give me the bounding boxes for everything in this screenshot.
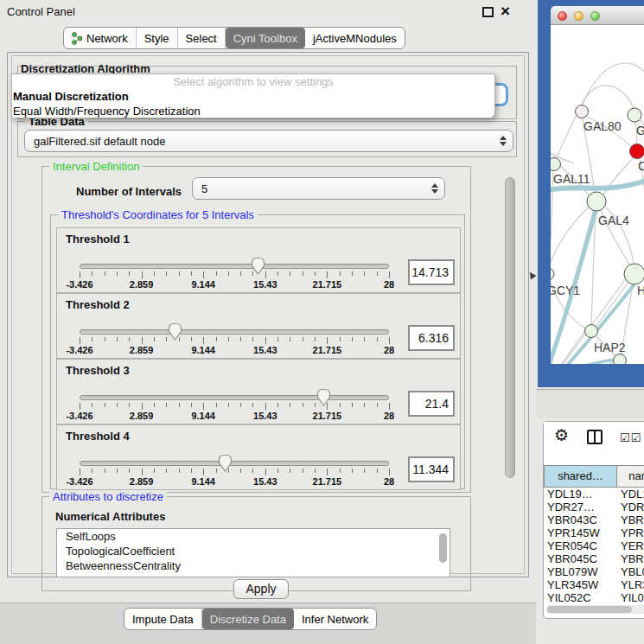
table-cell[interactable]: YER054C: [544, 539, 617, 552]
zoom-traffic-light-icon[interactable]: [590, 11, 600, 21]
tick-mark: [142, 337, 143, 344]
tick-mark: [80, 469, 80, 475]
gear-icon[interactable]: ⚙: [554, 425, 569, 445]
float-window-icon[interactable]: [482, 7, 494, 17]
tick-mark: [389, 469, 390, 475]
threshold-slider[interactable]: [80, 264, 389, 271]
minimize-traffic-light-icon[interactable]: [574, 11, 583, 21]
split-columns-icon[interactable]: [587, 430, 603, 444]
tick-label: 2.859: [130, 411, 154, 421]
dropdown-item-equal-width[interactable]: Equal Width/Frequency Discretization: [12, 104, 494, 118]
table-cell[interactable]: YBL079W: [544, 565, 617, 578]
tick-mark: [166, 271, 167, 276]
table-row[interactable]: YIL052CYIL052C: [544, 591, 644, 604]
threshold-value[interactable]: 14.713: [408, 259, 455, 285]
column-header-name[interactable]: name: [617, 465, 644, 488]
scrollbar-thumb[interactable]: [547, 606, 632, 613]
network-edge: [551, 360, 617, 364]
tab-network[interactable]: Network: [64, 28, 137, 48]
tick-mark: [117, 469, 118, 473]
tab-jactivemnodules[interactable]: jActiveMNodules: [305, 28, 405, 48]
attribute-item[interactable]: TopologicalCoefficient: [57, 544, 450, 558]
table-cell[interactable]: YLR345W: [544, 578, 617, 591]
network-node[interactable]: [587, 192, 606, 211]
table-row[interactable]: YDR27…YDR27…: [544, 501, 644, 513]
tab-style[interactable]: Style: [137, 28, 178, 48]
numerical-attributes-list[interactable]: SelfLoopsTopologicalCoefficientBetweenne…: [56, 528, 450, 577]
table-cell[interactable]: YBR043C: [617, 513, 644, 526]
tab-label: Discretize Data: [210, 613, 286, 626]
table-cell[interactable]: YDL19…: [617, 488, 644, 501]
attribute-item[interactable]: BetweennessCentrality: [57, 558, 450, 573]
table-row[interactable]: YDL19…YDL19…: [544, 488, 644, 501]
slider-track[interactable]: [80, 461, 389, 466]
checked-checkbox-icons[interactable]: ☑☑: [620, 431, 641, 444]
threshold-value[interactable]: 21.4: [408, 391, 455, 417]
table-row[interactable]: YER054CYER054C: [544, 539, 644, 552]
num-intervals-combobox[interactable]: 5: [192, 177, 445, 200]
panel-scrollbar[interactable]: [505, 177, 515, 478]
network-node[interactable]: [551, 268, 554, 280]
close-icon[interactable]: ×: [501, 1, 510, 22]
table-cell[interactable]: YPR145W: [617, 526, 644, 539]
tick-mark: [117, 403, 118, 407]
network-node[interactable]: [614, 354, 627, 365]
network-node[interactable]: [624, 264, 644, 284]
close-traffic-light-icon[interactable]: [558, 11, 567, 21]
table-cell[interactable]: YIL052C: [617, 591, 644, 604]
network-node[interactable]: [576, 105, 589, 118]
network-node[interactable]: [630, 144, 644, 159]
table-cell[interactable]: YER054C: [617, 539, 644, 552]
tab-cyni-toolbox[interactable]: Cyni Toolbox: [226, 28, 305, 48]
tab-discretize-data[interactable]: Discretize Data: [202, 609, 294, 629]
table-row[interactable]: YBR045CYBR045C: [544, 552, 644, 565]
attribute-item[interactable]: SelfLoops: [57, 529, 450, 544]
tick-label: 2.859: [130, 476, 154, 487]
tick-mark: [377, 337, 378, 341]
tab-select[interactable]: Select: [178, 28, 226, 48]
table-data-combobox[interactable]: galFiltered.sif default node: [24, 130, 513, 152]
tick-mark: [364, 337, 365, 341]
tab-impute-data[interactable]: Impute Data: [124, 609, 202, 629]
tick-mark: [315, 403, 316, 407]
network-node[interactable]: [628, 108, 641, 122]
tick-mark: [228, 337, 229, 341]
tick-mark: [105, 337, 105, 341]
threshold-value[interactable]: 6.316: [408, 325, 455, 351]
threshold-value[interactable]: 11.344: [408, 456, 455, 482]
table-cell[interactable]: YBR045C: [544, 552, 617, 565]
table-cell[interactable]: YDL19…: [544, 488, 617, 501]
tab-infer-network[interactable]: Infer Network: [294, 609, 376, 629]
list-scrollbar[interactable]: [439, 533, 447, 563]
table-row[interactable]: YPR145WYPR145W: [544, 526, 644, 539]
tick-mark: [303, 403, 303, 407]
table-cell[interactable]: YBR045C: [617, 552, 644, 565]
table-cell[interactable]: YBL079W: [617, 565, 644, 578]
interval-group-title: Interval Definition: [49, 160, 143, 174]
table-cell[interactable]: YDR27…: [617, 501, 644, 513]
column-header-shared-name[interactable]: shared…: [544, 465, 617, 488]
network-node[interactable]: [551, 158, 561, 171]
panel-title: Control Panel: [7, 5, 75, 18]
slider-track[interactable]: [80, 329, 389, 335]
table-cell[interactable]: YPR145W: [544, 526, 617, 539]
threshold-slider[interactable]: [80, 461, 389, 468]
table-horizontal-scrollbar[interactable]: [545, 605, 644, 614]
table-cell[interactable]: YIL052C: [544, 591, 617, 604]
tick-mark: [377, 469, 378, 473]
slider-track[interactable]: [80, 395, 389, 400]
threshold-slider[interactable]: [80, 329, 389, 336]
apply-button[interactable]: Apply: [233, 579, 289, 599]
threshold-slider[interactable]: [80, 395, 389, 402]
table-row[interactable]: YBR043CYBR043C: [544, 513, 644, 526]
table-row[interactable]: YLR345WYLR345W: [544, 578, 644, 591]
table-cell[interactable]: YBR043C: [544, 513, 617, 526]
network-node[interactable]: [585, 325, 598, 338]
table-row[interactable]: YBL079WYBL079W: [544, 565, 644, 578]
table-cell[interactable]: YDR27…: [544, 501, 617, 513]
network-canvas[interactable]: GAL80GAGAL11CGAL4GCY1HHAP2: [551, 25, 644, 364]
tick-mark: [352, 337, 353, 341]
table-cell[interactable]: YLR345W: [617, 578, 644, 591]
slider-track[interactable]: [80, 264, 389, 269]
dropdown-item-manual[interactable]: Manual Discretization: [12, 89, 494, 104]
